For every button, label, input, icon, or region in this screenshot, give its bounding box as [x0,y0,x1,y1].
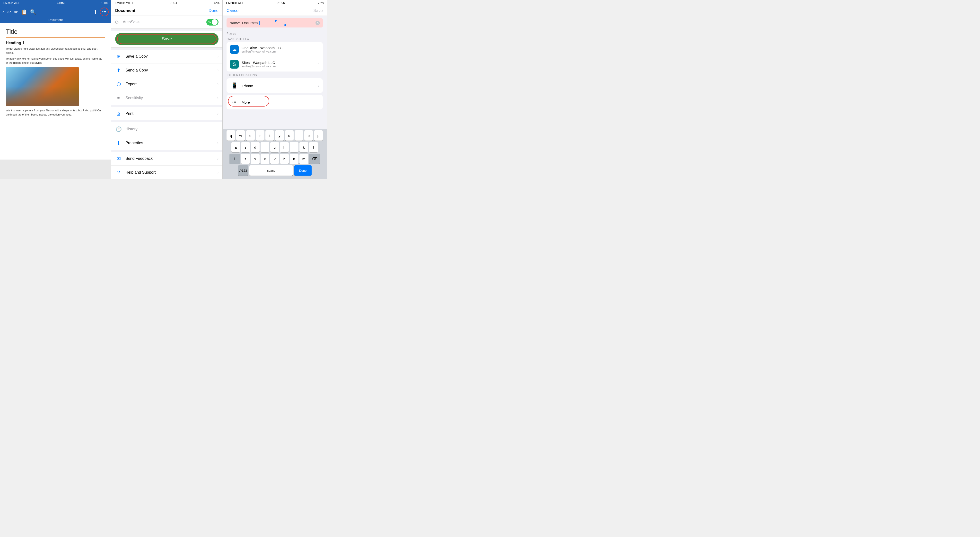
key-c[interactable]: c [261,154,269,164]
time-panel1: 14:03 [57,1,65,5]
key-x[interactable]: x [251,154,259,164]
doc-footer [0,159,111,179]
panel-word-document: T-Mobile Wi-Fi 14:03 100% ‹ ↩ ✏ 📋 🔍 ⬆ ••… [0,0,111,179]
autosave-icon: ⟳ [115,19,119,25]
properties-item[interactable]: ℹ Properties › [111,136,223,150]
history-item[interactable]: 🕐 History [111,122,223,136]
sensitivity-label: Sensitivity [126,96,217,100]
key-i[interactable]: i [294,131,303,140]
keyboard-row3: ⇧ z x c v b n m ⌫ [223,154,326,164]
export-item[interactable]: ⬡ Export › [111,77,223,91]
panel-document-menu: T-Mobile Wi-Fi 21:04 72% Document Done ⟳… [111,0,223,179]
panel2-header: Document Done [111,6,223,16]
key-q[interactable]: q [226,131,235,140]
back-icon[interactable]: ‹ [2,9,4,15]
backspace-key[interactable]: ⌫ [309,154,320,164]
save-copy-item[interactable]: ⊞ Save a Copy › [111,49,223,64]
key-a[interactable]: a [231,142,240,152]
key-y[interactable]: y [275,131,284,140]
name-field-row: Name: Document ✕ [226,18,323,27]
space-key[interactable]: space [250,166,293,175]
send-copy-label: Send a Copy [126,68,217,72]
iphone-name: iPhone [242,84,318,88]
save-copy-label: Save a Copy [126,54,217,59]
doc-icon[interactable]: 📋 [21,9,27,15]
key-h[interactable]: h [280,142,289,152]
onedrive-chevron: › [318,47,319,51]
help-label: Help and Support [126,170,217,175]
cancel-button[interactable]: Cancel [226,8,239,13]
key-k[interactable]: k [299,142,308,152]
wanpath-section: WANPATH LLC ☁ OneDrive - Wanpath LLC smi… [223,37,327,73]
properties-icon: ℹ [115,140,122,147]
num-key[interactable]: .?123 [238,166,248,175]
key-w[interactable]: w [236,131,245,140]
export-chevron: › [217,82,218,86]
key-u[interactable]: u [285,131,294,140]
support-group: ✉ Send Feedback › ? Help and Support › ℹ… [111,152,223,179]
properties-label: Properties [126,141,217,145]
key-b[interactable]: b [280,154,289,164]
more-icon: ••• [230,98,239,107]
iphone-item[interactable]: 📱 iPhone › [226,78,323,93]
key-m[interactable]: m [299,154,308,164]
key-l[interactable]: l [309,142,318,152]
key-r[interactable]: r [256,131,264,140]
key-n[interactable]: n [290,154,299,164]
sharepoint-item[interactable]: S Sites - Wanpath LLC smiller@myworkdriv… [226,57,323,72]
toolbar-title: Document [0,18,111,23]
help-icon: ? [115,169,122,176]
document-content: Title Heading 1 To get started right awa… [0,23,111,159]
history-icon: 🕐 [115,126,122,132]
help-chevron: › [217,170,218,175]
autosave-toggle[interactable]: ON [206,19,218,25]
status-bar-panel3: T-Mobile Wi-Fi 21:05 72% [223,0,327,6]
key-s[interactable]: s [241,142,250,152]
clear-button[interactable]: ✕ [315,21,320,25]
undo-icon[interactable]: ↩ [7,9,11,15]
autosave-label: AutoSave [123,20,206,24]
key-d[interactable]: d [251,142,259,152]
file-operations-group: ⊞ Save a Copy › ⬆ Send a Copy › ⬡ Export… [111,49,223,105]
send-copy-item[interactable]: ⬆ Send a Copy › [111,64,223,77]
sharepoint-name: Sites - Wanpath LLC [242,61,318,65]
send-feedback-item[interactable]: ✉ Send Feedback › [111,152,223,166]
export-label: Export [126,82,217,86]
more-locations-item[interactable]: ••• More [226,95,323,110]
key-v[interactable]: v [270,154,279,164]
doc-title: Title [6,28,105,35]
panel2-content: ⟳ AutoSave ON Save ⊞ Save a Copy [111,16,223,179]
sharepoint-info: Sites - Wanpath LLC smiller@myworkdrive.… [242,61,318,68]
onedrive-name: OneDrive - Wanpath LLC [242,46,318,50]
save-here-button[interactable]: Save [313,8,323,13]
panel2-title: Document [115,8,135,13]
send-feedback-label: Send Feedback [126,156,217,161]
key-p[interactable]: p [314,131,323,140]
name-input[interactable]: Document [242,21,315,25]
onedrive-item[interactable]: ☁ OneDrive - Wanpath LLC smiller@myworkd… [226,42,323,57]
key-g[interactable]: g [270,142,279,152]
shift-key[interactable]: ⇧ [229,154,240,164]
panel-save-location: T-Mobile Wi-Fi 21:05 72% Cancel Save Nam… [223,0,327,179]
done-button[interactable]: Done [208,8,218,13]
key-o[interactable]: o [304,131,313,140]
key-z[interactable]: z [241,154,250,164]
more-button[interactable]: ••• [100,8,109,16]
save-copy-chevron: › [217,54,218,59]
onedrive-icon: ☁ [230,45,239,54]
places-title: Places [226,32,323,35]
search-icon[interactable]: 🔍 [30,9,36,15]
save-button[interactable]: Save [115,33,218,45]
iphone-chevron: › [318,83,319,88]
done-key[interactable]: Done [294,166,312,175]
print-item[interactable]: 🖨 Print › [111,107,223,120]
key-t[interactable]: t [266,131,274,140]
export-icon: ⬡ [115,81,122,88]
share-icon[interactable]: ⬆ [93,9,97,15]
key-e[interactable]: e [246,131,255,140]
help-support-item[interactable]: ? Help and Support › [111,166,223,179]
key-j[interactable]: j [290,142,299,152]
key-f[interactable]: f [261,142,269,152]
sensitivity-item[interactable]: ✒ Sensitivity › [111,91,223,105]
pen-icon[interactable]: ✏ [14,9,18,15]
